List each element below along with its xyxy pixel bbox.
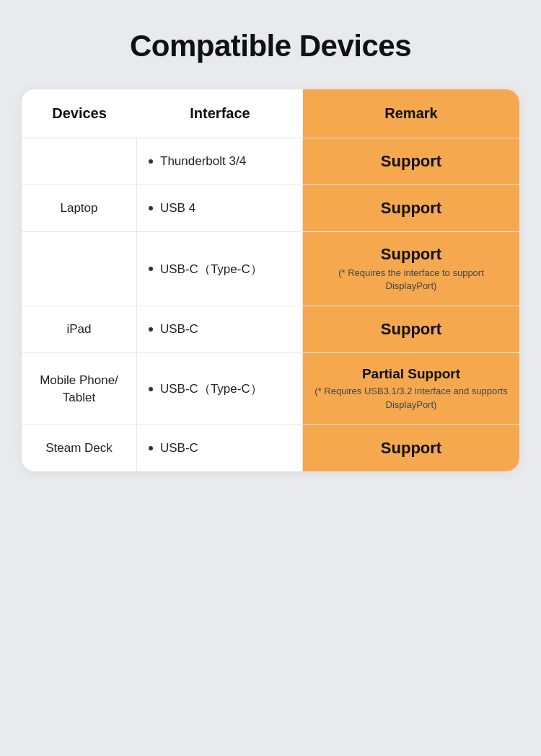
bullet-icon xyxy=(149,206,153,210)
device-cell-laptop: Laptop xyxy=(22,185,137,231)
interface-label: USB-C（Type-C） xyxy=(160,261,263,277)
page-wrapper: Compatible Devices Devices Interface Rem… xyxy=(22,29,519,471)
device-cell-laptop xyxy=(22,232,137,306)
support-label: Support xyxy=(381,320,441,339)
remark-cell: Support xyxy=(303,138,519,184)
table-row: Steam Deck USB-C Support xyxy=(22,425,519,471)
bullet-icon xyxy=(149,267,153,271)
interface-cell: Thunderbolt 3/4 xyxy=(137,138,303,184)
table-row: USB-C（Type-C） Support (* Requires the in… xyxy=(22,232,519,306)
device-cell-steamdeck: Steam Deck xyxy=(22,425,137,471)
interface-cell: USB-C（Type-C） xyxy=(137,232,303,306)
device-cell-laptop xyxy=(22,138,137,184)
device-cell-mobile: Mobile Phone/ Tablet xyxy=(22,353,137,424)
bullet-icon xyxy=(149,446,153,450)
interface-cell: USB-C（Type-C） xyxy=(137,353,303,424)
support-label: Support xyxy=(381,199,441,218)
bullet-icon xyxy=(149,327,153,332)
compatibility-table: Devices Interface Remark Thunderbolt 3/4… xyxy=(22,89,519,471)
remark-cell: Support xyxy=(303,306,519,352)
remark-cell: Support xyxy=(303,185,519,231)
header-interface: Interface xyxy=(137,89,303,138)
support-label: Support xyxy=(381,245,441,264)
bullet-icon xyxy=(149,387,153,391)
header-remark: Remark xyxy=(303,89,519,138)
device-label-line1: Mobile Phone/ xyxy=(40,372,118,389)
interface-cell: USB-C xyxy=(137,306,303,352)
page-title: Compatible Devices xyxy=(130,29,411,63)
interface-label: USB 4 xyxy=(160,201,195,215)
table-header: Devices Interface Remark xyxy=(22,89,519,138)
device-cell-ipad: iPad xyxy=(22,306,137,352)
table-row: Thunderbolt 3/4 Support xyxy=(22,138,519,185)
remark-cell: Support (* Requires the interface to sup… xyxy=(303,232,519,306)
table-row: iPad USB-C Support xyxy=(22,306,519,353)
interface-label: Thunderbolt 3/4 xyxy=(160,154,246,169)
interface-label: USB-C（Type-C） xyxy=(160,381,263,397)
support-note: (* Requires USB3.1/3.2 interface and sup… xyxy=(315,385,508,411)
bullet-icon xyxy=(149,159,153,164)
support-label: Partial Support xyxy=(362,366,460,382)
support-label: Support xyxy=(381,439,441,458)
table-row: Mobile Phone/ Tablet USB-C（Type-C） Parti… xyxy=(22,353,519,424)
remark-cell: Partial Support (* Requires USB3.1/3.2 i… xyxy=(303,353,519,424)
remark-cell: Support xyxy=(303,425,519,471)
support-label: Support xyxy=(381,152,441,171)
header-devices: Devices xyxy=(22,89,137,138)
support-note: (* Requires the interface to support Dis… xyxy=(315,267,508,293)
interface-cell: USB-C xyxy=(137,425,303,471)
interface-cell: USB 4 xyxy=(137,185,303,231)
device-label-line2: Tablet xyxy=(63,389,95,406)
table-row: Laptop USB 4 Support xyxy=(22,185,519,232)
interface-label: USB-C xyxy=(160,322,198,337)
interface-label: USB-C xyxy=(160,441,198,455)
